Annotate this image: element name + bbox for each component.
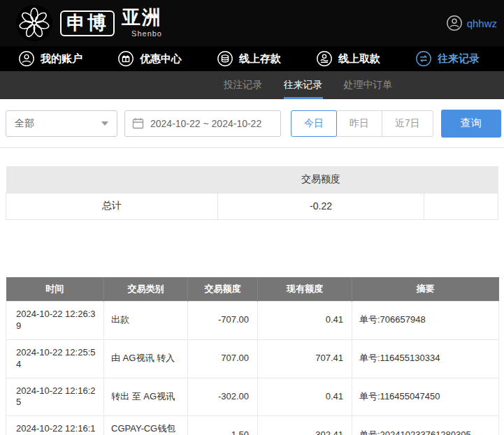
nav-item-label: 我的账户 (41, 52, 82, 66)
brand-logo: 申博 亚洲 Shenbo (15, 4, 162, 42)
type-select-value: 全部 (15, 117, 34, 130)
table-cell: 2024-10-22 12:16:14 (6, 416, 104, 435)
table-cell: 单号:202410233761280305 (352, 416, 499, 435)
table-row: 2024-10-22 12:25:54由 AG视讯 转入707.00707.41… (6, 339, 499, 378)
nav-item-records[interactable]: 往来记录 (415, 50, 480, 67)
brand-region: 亚洲 (122, 8, 162, 27)
table-cell: 2024-10-22 12:25:54 (6, 339, 104, 378)
username[interactable]: qhhwz (467, 17, 497, 29)
summary-total-row: 总计 -0.22 (6, 193, 498, 219)
table-cell: 302.41 (258, 416, 352, 435)
yesterday-button[interactable]: 昨日 (336, 110, 382, 137)
user-avatar-icon (446, 15, 463, 31)
calendar-icon (132, 117, 144, 129)
table-cell: 2024-10-22 12:26:39 (6, 302, 104, 340)
summary-section: 交易额度 总计 -0.22 (6, 166, 498, 220)
table-cell: 0.41 (258, 302, 352, 340)
summary-header-amount: 交易额度 (217, 166, 424, 193)
withdraw-icon (316, 50, 333, 67)
records-header-row: 时间 交易类别 交易额度 现有额度 摘要 (6, 277, 499, 302)
table-cell: 2024-10-22 12:16:25 (6, 378, 104, 416)
nav-item-label: 优惠中心 (140, 52, 182, 66)
nav-item-label: 往来记录 (438, 52, 480, 66)
query-button[interactable]: 查询 (441, 110, 501, 138)
deposit-icon (217, 50, 233, 67)
records-section: 时间 交易类别 交易额度 现有额度 摘要 2024-10-22 12:26:39… (6, 277, 498, 435)
nav-item-promotions[interactable]: 优惠中心 (117, 50, 182, 67)
tab-betting-records[interactable]: 投注记录 (224, 71, 263, 99)
table-row: 2024-10-22 12:16:14CGPAY-CG钱包支付笔笔送优惠1.50… (6, 416, 499, 435)
quick-date-buttons: 今日 昨日 近7日 (291, 110, 433, 137)
table-cell: -302.00 (188, 378, 258, 416)
col-header-balance: 现有额度 (258, 277, 352, 302)
table-cell: 由 AG视讯 转入 (104, 339, 188, 378)
table-cell: 0.41 (258, 378, 352, 416)
table-row: 2024-10-22 12:26:39出款-707.000.41单号:70665… (6, 302, 499, 340)
nav-item-withdraw[interactable]: 线上取款 (316, 50, 380, 67)
brand-subtitle: Shenbo (131, 29, 162, 38)
sub-nav: 投注记录 往来记录 处理中订单 (0, 71, 504, 99)
filter-bar: 全部 2024-10-22 ~ 2024-10-22 今日 昨日 近7日 查询 (0, 99, 504, 148)
topbar: 申博 亚洲 Shenbo qhhwz (0, 0, 504, 46)
chevron-down-icon (101, 121, 108, 126)
tab-processing-orders[interactable]: 处理中订单 (344, 71, 393, 99)
nav-item-my-account[interactable]: 我的账户 (18, 50, 82, 67)
col-header-summary: 摘要 (352, 277, 499, 302)
user-icon (18, 50, 35, 67)
table-row: 2024-10-22 12:16:25转出 至 AG视讯-302.000.41单… (6, 378, 499, 416)
nav-item-label: 线上存款 (239, 52, 281, 66)
table-cell: 707.00 (188, 339, 258, 378)
summary-total-value: -0.22 (217, 193, 424, 219)
last7days-button[interactable]: 近7日 (382, 110, 433, 137)
table-cell: 转出 至 AG视讯 (104, 378, 188, 416)
tab-transaction-records[interactable]: 往来记录 (284, 71, 323, 99)
col-header-time: 时间 (6, 277, 104, 302)
today-button[interactable]: 今日 (291, 110, 337, 137)
table-cell: 单号:116455047450 (352, 378, 499, 416)
table-cell: -707.00 (188, 302, 258, 340)
summary-empty-cell (424, 193, 498, 219)
user-account[interactable]: qhhwz (446, 15, 497, 31)
gift-icon (117, 50, 134, 67)
col-header-type: 交易类别 (104, 277, 188, 302)
summary-header-empty (6, 166, 218, 193)
brand-name-boxed: 申博 (60, 10, 115, 36)
table-cell: CGPAY-CG钱包支付笔笔送优惠 (104, 416, 188, 435)
summary-total-label: 总计 (6, 193, 218, 219)
main-nav: 我的账户 优惠中心 线上存款 线上取款 往来记录 信息 (0, 46, 504, 71)
table-cell: 单号:706657948 (352, 302, 499, 340)
nav-item-label: 线上取款 (338, 52, 380, 66)
date-range-value: 2024-10-22 ~ 2024-10-22 (150, 118, 261, 129)
table-cell: 1.50 (188, 416, 258, 435)
transfer-icon (415, 50, 432, 67)
summary-header-empty (424, 166, 498, 193)
table-cell: 单号:116455130334 (352, 339, 499, 378)
type-select[interactable]: 全部 (6, 110, 117, 137)
table-cell: 707.41 (258, 339, 352, 378)
summary-header-row: 交易额度 (6, 166, 498, 193)
table-cell: 出款 (104, 302, 188, 340)
lotus-logo-icon (15, 4, 53, 42)
date-range-input[interactable]: 2024-10-22 ~ 2024-10-22 (124, 110, 281, 137)
col-header-amount: 交易额度 (188, 277, 258, 302)
nav-item-deposit[interactable]: 线上存款 (217, 50, 281, 67)
records-body: 2024-10-22 12:26:39出款-707.000.41单号:70665… (6, 302, 499, 435)
